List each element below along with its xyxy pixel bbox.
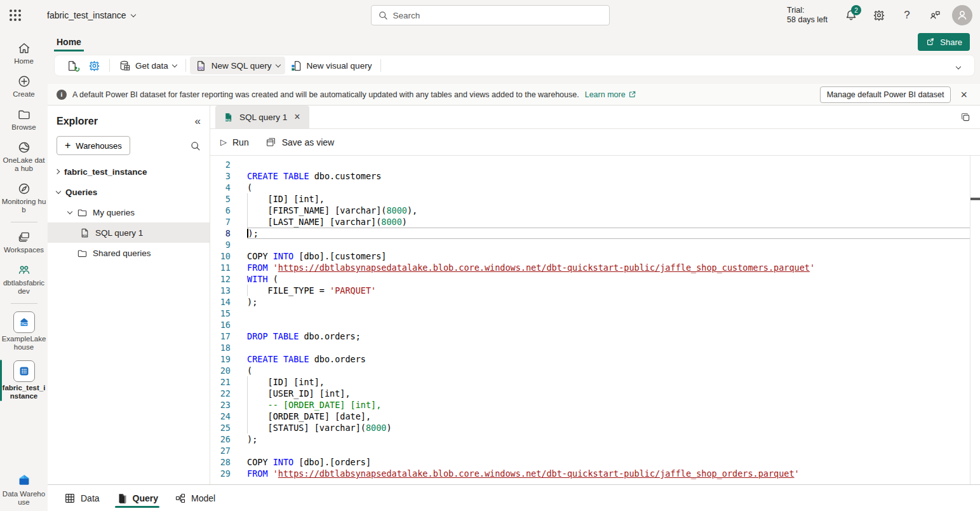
rail-item-examplelakehouse[interactable]: ExampleLakehouse: [0, 307, 48, 356]
code-line-15[interactable]: 15: [210, 308, 980, 319]
new-sql-query-button[interactable]: SQL New SQL query: [190, 57, 285, 74]
tab-sql-query-1[interactable]: SQL SQL query 1 ×: [215, 106, 309, 128]
add-warehouses-button[interactable]: + Warehouses: [57, 136, 130, 155]
banner-close-button[interactable]: ×: [957, 89, 971, 100]
code-line-19[interactable]: 19CREATE TABLE dbo.orders: [210, 353, 980, 365]
global-search[interactable]: [371, 5, 610, 25]
rail-item-label: Create: [13, 90, 35, 99]
collapse-panel-icon[interactable]: «: [195, 115, 201, 128]
tree-item-sql-query-1[interactable]: SQLSQL query 1: [48, 222, 210, 243]
question-mark-icon: ?: [904, 9, 910, 22]
onelake-icon: [17, 140, 31, 154]
settings-toolbar-button[interactable]: [83, 57, 105, 74]
model-icon: [175, 493, 186, 504]
view-tab-query[interactable]: Query: [112, 485, 162, 511]
share-button[interactable]: Share: [918, 33, 970, 51]
code-text: [247, 342, 970, 353]
chevron-right-icon[interactable]: [55, 169, 60, 174]
code-line-7[interactable]: 7 [LAST_NAME] [varchar](8000): [210, 216, 980, 228]
code-line-11[interactable]: 11FROM 'https://dbtlabsynapsedatalake.bl…: [210, 262, 980, 273]
code-line-21[interactable]: 21 [ID] [int],: [210, 376, 980, 388]
chevron-down-icon[interactable]: [56, 188, 61, 193]
code-line-10[interactable]: 10COPY INTO [dbo].[customers]: [210, 250, 980, 262]
code-text: );: [247, 228, 970, 239]
search-input[interactable]: [393, 11, 603, 20]
rail-item-home[interactable]: Home: [0, 37, 48, 70]
notifications-button[interactable]: 2: [840, 4, 862, 26]
line-number: 19: [210, 353, 247, 365]
refresh-button[interactable]: ↻: [61, 57, 83, 74]
code-line-16[interactable]: 16: [210, 319, 980, 330]
editor-scrollbar-track[interactable]: [970, 156, 970, 484]
code-line-9[interactable]: 9: [210, 239, 980, 250]
chevron-down-icon[interactable]: [67, 208, 72, 214]
code-line-24[interactable]: 24 [ORDER_DATE] [date],: [210, 411, 980, 422]
code-line-29[interactable]: 29FROM 'https://dbtlabsynapsedatalake.bl…: [210, 468, 980, 479]
code-line-17[interactable]: 17DROP TABLE dbo.orders;: [210, 330, 980, 342]
code-text: CREATE TABLE dbo.orders: [247, 353, 970, 365]
manage-default-dataset-button[interactable]: Manage default Power BI dataset: [820, 86, 951, 103]
code-line-8[interactable]: 8);: [210, 228, 980, 239]
explorer-tree: fabric_test_instanceQueriesMy queriesSQL…: [48, 161, 210, 263]
help-button[interactable]: ?: [896, 4, 918, 26]
code-line-25[interactable]: 25 [STATUS] [varchar](8000): [210, 422, 980, 433]
tree-item-label: My queries: [93, 208, 135, 217]
rail-item-onelake-data-hub[interactable]: OneLake data hub: [0, 136, 48, 177]
explorer-search-button[interactable]: [190, 140, 201, 151]
learn-more-link[interactable]: Learn more: [585, 90, 636, 99]
line-number: 16: [210, 319, 247, 330]
monitoring-icon: [17, 182, 31, 196]
code-line-3[interactable]: 3CREATE TABLE dbo.customers: [210, 170, 980, 182]
new-visual-query-button[interactable]: New visual query: [285, 57, 377, 74]
rail-item-monitoring-hub[interactable]: Monitoring hub: [0, 177, 48, 219]
run-button[interactable]: ▷ Run: [220, 137, 249, 147]
save-as-view-button[interactable]: Save as view: [265, 137, 334, 147]
line-number: 7: [210, 216, 247, 228]
code-line-13[interactable]: 13 FILE_TYPE = 'PARQUET': [210, 285, 980, 296]
tree-item-fabric-test-instance[interactable]: fabric_test_instance: [48, 161, 210, 182]
rail-item-create[interactable]: Create: [0, 70, 48, 103]
app-launcher-button[interactable]: [0, 0, 30, 31]
tree-item-queries[interactable]: Queries: [48, 182, 210, 202]
rail-item-fabric-test-instance[interactable]: fabric_test_instance: [0, 356, 48, 405]
code-text: [ORDER_DATE] [date],: [247, 411, 970, 422]
code-line-18[interactable]: 18: [210, 342, 980, 353]
rail-item-dbtlabsfabricdev[interactable]: dbtlabsfabricdev: [0, 259, 48, 300]
code-line-27[interactable]: 27: [210, 445, 980, 456]
topbar-right-cluster: Trial: 58 days left 2 ?: [787, 4, 980, 26]
rail-item-label: fabric_test_instance: [1, 384, 46, 400]
collapse-ribbon-button[interactable]: [957, 60, 960, 71]
rail-item-browse[interactable]: Browse: [0, 103, 48, 136]
get-data-button[interactable]: Get data: [114, 57, 182, 74]
code-line-5[interactable]: 5 [ID] [int],: [210, 193, 980, 205]
line-number: 24: [210, 411, 247, 422]
code-line-2[interactable]: 2: [210, 159, 980, 170]
code-line-26[interactable]: 26);: [210, 433, 980, 445]
tree-item-shared-queries[interactable]: Shared queries: [48, 243, 210, 263]
code-line-4[interactable]: 4(: [210, 182, 980, 193]
code-text: -- [ORDER_DATE] [int],: [247, 399, 970, 411]
code-line-12[interactable]: 12WITH (: [210, 273, 980, 285]
code-line-20[interactable]: 20(: [210, 365, 980, 376]
code-line-28[interactable]: 28COPY INTO [dbo].[orders]: [210, 456, 980, 468]
rail-item-workspaces[interactable]: Workspaces: [0, 226, 48, 259]
settings-button[interactable]: [868, 4, 890, 26]
tab-home[interactable]: Home: [54, 33, 84, 51]
sql-code-editor[interactable]: 23CREATE TABLE dbo.customers4(5 [ID] [in…: [210, 156, 980, 484]
code-line-14[interactable]: 14);: [210, 296, 980, 308]
rail-item-data-warehouse[interactable]: Data Warehouse: [0, 468, 48, 511]
code-line-22[interactable]: 22 [USER_ID] [int],: [210, 388, 980, 399]
explorer-panel: Explorer « + Warehouses fabric_test_inst…: [48, 106, 210, 484]
lakehouse-tile-icon: [13, 311, 35, 333]
code-line-6[interactable]: 6 [FIRST_NAME] [varchar](8000),: [210, 205, 980, 216]
code-line-23[interactable]: 23 -- [ORDER_DATE] [int],: [210, 399, 980, 411]
copy-button[interactable]: [960, 112, 971, 123]
feedback-button[interactable]: [924, 4, 946, 26]
view-tab-model[interactable]: Model: [171, 485, 219, 511]
tree-item-my-queries[interactable]: My queries: [48, 202, 210, 222]
view-tab-data[interactable]: Data: [60, 485, 104, 511]
workspace-switcher[interactable]: fabric_test_instance: [47, 10, 135, 20]
tab-close-button[interactable]: ×: [293, 112, 301, 122]
account-avatar[interactable]: [952, 5, 972, 25]
code-text: FILE_TYPE = 'PARQUET': [247, 285, 970, 296]
